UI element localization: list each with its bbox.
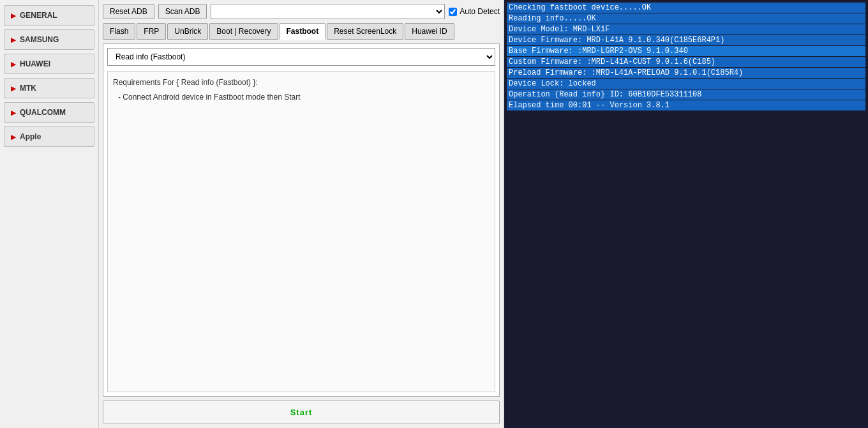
tab-huawei-id[interactable]: Huawei ID	[405, 23, 454, 40]
log-line: Device Firmware: MRD-L41A 9.1.0.340(C185…	[507, 35, 865, 45]
sidebar-item-general[interactable]: ▶GENERAL	[4, 5, 94, 26]
auto-detect-label: Auto Detect	[460, 7, 500, 16]
main-panel: Reset ADB Scan ADB Auto Detect FlashFRPU…	[99, 0, 504, 428]
log-line: Checking fastboot device.....OK	[507, 3, 865, 13]
tab-reset-screenlock[interactable]: Reset ScreenLock	[327, 23, 403, 40]
tab-frp[interactable]: FRP	[137, 23, 166, 40]
sidebar: ▶GENERAL▶SAMSUNG▶HUAWEI▶MTK▶QUALCOMM▶App…	[0, 0, 99, 428]
log-line: Preload Firmware: :MRD-L41A-PRELOAD 9.1.…	[507, 68, 865, 78]
sidebar-item-mtk[interactable]: ▶MTK	[4, 78, 94, 98]
tab-boot-recovery[interactable]: Boot | Recovery	[209, 23, 278, 40]
sidebar-label: GENERAL	[20, 11, 57, 20]
auto-detect-checkbox[interactable]	[449, 8, 457, 16]
sidebar-item-huawei[interactable]: ▶HUAWEI	[4, 54, 94, 74]
log-line: Custom Firmware: :MRD-L41A-CUST 9.0.1.6(…	[507, 57, 865, 67]
arrow-icon: ▶	[11, 61, 16, 68]
arrow-icon: ▶	[11, 85, 16, 92]
content-area: Read info (Fastboot)Unlock BootloaderLoc…	[103, 43, 500, 397]
sidebar-label: MTK	[20, 84, 36, 93]
sidebar-item-samsung[interactable]: ▶SAMSUNG	[4, 29, 94, 50]
start-button[interactable]: Start	[103, 401, 500, 424]
scan-adb-button[interactable]: Scan ADB	[158, 4, 207, 19]
operation-select[interactable]: Read info (Fastboot)Unlock BootloaderLoc…	[107, 48, 495, 66]
requirement-item: - Connect Android device in Fastboot mod…	[113, 91, 490, 103]
arrow-icon: ▶	[11, 134, 16, 141]
tab-fastboot[interactable]: Fastboot	[280, 23, 326, 40]
top-bar: Reset ADB Scan ADB Auto Detect	[103, 4, 500, 19]
sidebar-label: Apple	[20, 132, 41, 141]
tab-flash[interactable]: Flash	[103, 23, 135, 40]
log-line: Device Model: MRD-LX1F	[507, 24, 865, 34]
log-line: Operation {Read info} ID: 60B10DFE533111…	[507, 89, 865, 100]
sidebar-label: QUALCOMM	[20, 108, 66, 117]
tabs-row: FlashFRPUnBrickBoot | RecoveryFastbootRe…	[103, 23, 500, 40]
info-box: Requirements For { Read info (Fastboot) …	[107, 71, 495, 392]
arrow-icon: ▶	[11, 12, 16, 19]
sidebar-label: HUAWEI	[20, 59, 50, 68]
log-line: Device Lock: locked	[507, 79, 865, 89]
log-line: Reading info.....OK	[507, 13, 865, 24]
arrow-icon: ▶	[11, 36, 16, 43]
sidebar-item-apple[interactable]: ▶Apple	[4, 126, 94, 147]
log-line: Elapsed time 00:01 -- Version 3.8.1	[507, 100, 865, 111]
tab-unbrick[interactable]: UnBrick	[167, 23, 208, 40]
auto-detect-wrapper: Auto Detect	[449, 7, 500, 16]
log-line: Base Firmware: :MRD-LGRP2-OVS 9.1.0.340	[507, 46, 865, 56]
log-panel: Checking fastboot device.....OKReading i…	[504, 0, 868, 428]
sidebar-label: SAMSUNG	[20, 35, 59, 44]
device-dropdown[interactable]	[211, 4, 445, 19]
start-button-wrapper: Start	[103, 401, 500, 424]
sidebar-item-qualcomm[interactable]: ▶QUALCOMM	[4, 102, 94, 123]
reset-adb-button[interactable]: Reset ADB	[103, 4, 154, 19]
requirements-title: Requirements For { Read info (Fastboot) …	[113, 77, 490, 89]
operation-select-wrapper: Read info (Fastboot)Unlock BootloaderLoc…	[107, 48, 495, 66]
arrow-icon: ▶	[11, 109, 16, 116]
